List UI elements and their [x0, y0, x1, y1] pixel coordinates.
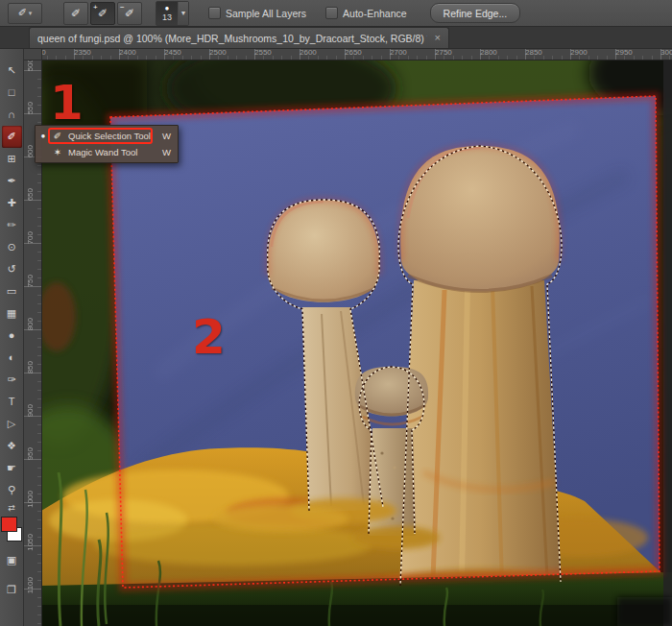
zoom-tool[interactable]: ⚲ — [2, 479, 22, 501]
quick-selection-tool[interactable]: ✐ — [2, 126, 22, 148]
auto-enhance-checkbox[interactable] — [325, 7, 338, 19]
screen-mode-button[interactable]: ❐ — [2, 579, 22, 601]
custom-shape-tool[interactable]: ❖ — [2, 435, 22, 457]
ruler-label: 2550 — [254, 48, 272, 57]
pen-tool[interactable]: ✑ — [2, 369, 22, 391]
ruler-label: 2900 — [570, 48, 588, 57]
gradient-tool[interactable]: ▦ — [2, 302, 22, 325]
foreground-color-swatch[interactable] — [1, 517, 17, 532]
auto-enhance-option[interactable]: Auto-Enhance — [325, 7, 407, 19]
ruler-label: 650 — [26, 188, 35, 201]
quick-mask-button[interactable]: ▣ — [2, 549, 22, 571]
quick-selection-tool-icon: ✐ — [51, 131, 64, 141]
ruler-label: 2800 — [480, 48, 497, 57]
move-tool[interactable]: ↖ — [2, 60, 22, 82]
ruler-label: 3000 — [660, 48, 672, 57]
subtract-from-selection-button[interactable]: ✐ − — [117, 2, 142, 25]
mode-badge: − — [120, 3, 125, 12]
tool-flyout-menu: ● ✐ Quick Selection Tool W ✶ Magic Wand … — [35, 125, 179, 163]
annotation-step-2: 2 — [192, 313, 226, 361]
menu-item-magic-wand-tool[interactable]: ✶ Magic Wand Tool W — [36, 144, 178, 160]
mushroom-right — [399, 146, 562, 588]
horizontal-ruler[interactable]: 2300235024002450250025502600265027002750… — [24, 48, 672, 60]
add-to-selection-button[interactable]: ✐ + — [90, 2, 115, 25]
refine-edge-button[interactable]: Refine Edge... — [430, 3, 521, 23]
ruler-label: 1000 — [26, 491, 35, 508]
quick-selection-brush-icon: ✐ — [18, 7, 27, 19]
type-tool[interactable]: T — [2, 391, 22, 413]
dodge-tool[interactable]: ◐ — [2, 347, 22, 369]
eyedropper-tool[interactable]: ✒ — [2, 170, 22, 192]
menu-item-shortcut: W — [162, 131, 171, 141]
brush-minus-icon: ✐ — [125, 7, 134, 20]
ruler-label: 800 — [26, 318, 35, 330]
eraser-tool[interactable]: ▭ — [2, 280, 22, 302]
color-swatches — [1, 517, 22, 542]
ruler-label: 950 — [26, 447, 35, 460]
ruler-label: 900 — [26, 404, 35, 417]
ruler-label: 850 — [26, 361, 35, 373]
brush-dropdown-arrow-icon: ▼ — [178, 2, 188, 25]
menu-item-label: Magic Wand Tool — [68, 147, 158, 157]
spot-healing-brush-tool[interactable]: ✚ — [2, 192, 22, 214]
ruler-label: 2700 — [390, 48, 407, 57]
path-selection-tool[interactable]: ▷ — [2, 413, 22, 435]
brush-size-picker[interactable]: ● 13 ▼ — [156, 1, 189, 26]
clone-stamp-tool[interactable]: ⊙ — [2, 236, 22, 258]
ruler-label: 700 — [26, 231, 35, 244]
brush-tool[interactable]: ✏ — [2, 214, 22, 236]
document-title: queen of fungi.psd @ 100% (More_HDR_Mush… — [37, 33, 427, 44]
document-tab-bar: queen of fungi.psd @ 100% (More_HDR_Mush… — [0, 27, 672, 49]
brush-tip-icon: ● — [165, 5, 170, 12]
close-icon[interactable]: × — [435, 33, 441, 43]
crop-tool[interactable]: ⊞ — [2, 148, 22, 170]
ruler-label: 2600 — [300, 48, 317, 57]
menu-item-shortcut: W — [162, 147, 171, 157]
ruler-label: 2350 — [74, 48, 91, 57]
ruler-label: 500 — [26, 60, 35, 71]
menu-item-label: Quick Selection Tool — [68, 131, 158, 141]
rectangular-marquee-tool[interactable]: □ — [2, 82, 22, 104]
ruler-label: 2850 — [525, 48, 542, 57]
blur-tool[interactable]: ● — [2, 325, 22, 347]
ruler-label: 1050 — [26, 534, 35, 551]
brush-icon: ✐ — [71, 7, 81, 20]
ruler-label: 2650 — [345, 48, 362, 57]
ruler-label: 550 — [26, 102, 35, 114]
options-bar: ✐ ▾ ✐ ✐ + ✐ − ● 13 ▼ Sample All Layers A… — [0, 0, 672, 27]
ruler-label: 2500 — [209, 48, 227, 57]
auto-enhance-label: Auto-Enhance — [343, 8, 407, 19]
ruler-label: 750 — [26, 275, 35, 287]
tools-panel: ↖□∩✐⊞✒✚✏⊙↺▭▦●◐✑T▷❖☛⚲⇄▣❐ — [0, 27, 24, 626]
document-tab[interactable]: queen of fungi.psd @ 100% (More_HDR_Mush… — [29, 27, 449, 48]
selected-bullet-icon: ● — [39, 132, 47, 140]
chevron-down-icon: ▾ — [29, 10, 33, 17]
ruler-label: 1100 — [26, 577, 35, 593]
sample-all-layers-checkbox[interactable] — [208, 7, 221, 19]
new-selection-button[interactable]: ✐ — [63, 2, 88, 25]
ruler-label: 600 — [26, 145, 35, 157]
sample-all-layers-label: Sample All Layers — [226, 8, 306, 19]
ruler-label: 2450 — [164, 48, 181, 57]
ruler-corner — [24, 48, 42, 60]
tool-preset-picker[interactable]: ✐ ▾ — [8, 3, 42, 24]
annotation-step-1: 1 — [50, 79, 84, 127]
hand-tool[interactable]: ☛ — [2, 457, 22, 479]
mode-badge: + — [93, 3, 98, 12]
swap-colors-icon[interactable]: ⇄ — [8, 501, 15, 515]
magic-wand-tool-icon: ✶ — [51, 147, 64, 157]
ruler-label: 2750 — [435, 48, 452, 57]
ruler-label: 2400 — [119, 48, 136, 57]
sample-all-layers-option[interactable]: Sample All Layers — [208, 7, 306, 19]
lasso-tool[interactable]: ∩ — [2, 104, 22, 126]
history-brush-tool[interactable]: ↺ — [2, 258, 22, 280]
brush-size-value: 13 — [162, 13, 172, 22]
ruler-label: 2950 — [615, 48, 633, 57]
brush-plus-icon: ✐ — [98, 7, 108, 20]
